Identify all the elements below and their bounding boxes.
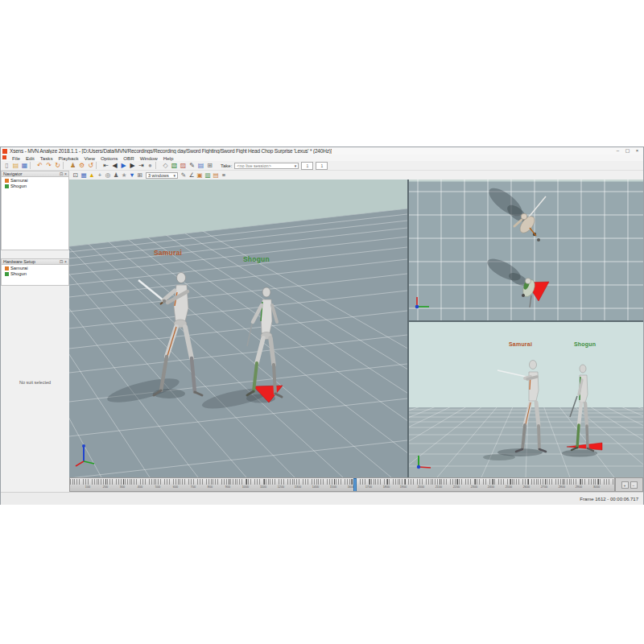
scene-props-icon[interactable]: ▥ (204, 171, 212, 180)
markers-icon[interactable]: ◇ (161, 161, 170, 170)
shogun-label: Shogun (574, 341, 596, 347)
tick-label: 2600 (520, 485, 532, 489)
timeline-zoom-out-button[interactable]: − (630, 481, 638, 489)
calibrate-person-icon[interactable]: ♟ (68, 161, 77, 170)
reprocess-icon[interactable]: ↺ (86, 161, 95, 170)
grid-toggle-icon[interactable]: ▦ (80, 171, 88, 180)
viewport-3d-main[interactable]: Samurai Shogun (69, 180, 407, 477)
title-bar[interactable]: Xsens - MVN Analyze 2018.1.1 - [D:/Users… (1, 147, 643, 155)
menu-view[interactable]: View (85, 155, 95, 161)
refresh-icon[interactable]: ↻ (53, 161, 62, 170)
close-icon[interactable]: × (64, 259, 67, 264)
previous-frame-icon[interactable]: ◀ (110, 161, 119, 170)
timeline-ticks (70, 479, 614, 485)
tick-label: 2000 (415, 485, 427, 489)
settings-gear-icon[interactable]: ⚙ (77, 161, 86, 170)
samurai-label: Samurai (509, 341, 532, 347)
xsens-logo-icon (2, 149, 7, 154)
viewport-top-view[interactable] (409, 180, 643, 320)
hardware-setup-title: Hardware Setup (3, 259, 35, 264)
tree-item-samurai[interactable]: Samurai (2, 177, 68, 183)
tree-item-samurai[interactable]: Samurai (2, 265, 68, 270)
measure-angle-icon[interactable]: ∠ (188, 171, 196, 180)
record-icon[interactable]: ● (146, 161, 155, 170)
skip-to-start-icon[interactable]: ⇤ (101, 161, 110, 170)
tick-label: 1500 (327, 485, 339, 489)
menu-playback[interactable]: Playback (58, 155, 78, 161)
pan-view-icon[interactable]: + (96, 171, 104, 180)
play-icon[interactable]: ▶ (119, 161, 128, 170)
follow-character-icon[interactable]: ♟ (112, 171, 120, 180)
redo-icon[interactable]: ↷ (44, 161, 53, 170)
pin-icon[interactable]: ⊡ (60, 171, 63, 176)
chevron-down-icon: ▾ (173, 173, 175, 178)
main-toolbar: ▯▤▦↶↷↻♟⚙↺⇤◀▶▶⇥●◇▧▨✎▤⊞ Take: <no live ses… (1, 161, 643, 171)
fullscreen-icon[interactable]: ⊡ (72, 171, 80, 180)
skip-to-end-icon[interactable]: ⇥ (137, 161, 146, 170)
viewport-layout-combobox[interactable]: 3 windows ▾ (146, 172, 178, 179)
tick-label: 1100 (257, 485, 269, 489)
undo-icon[interactable]: ↶ (35, 161, 44, 170)
annotate-pencil-icon[interactable]: ✎ (188, 161, 196, 170)
edit-pencil-icon[interactable]: ✎ (180, 171, 188, 180)
take-spinner-2[interactable]: 1 (316, 162, 328, 170)
tick-label: 700 (187, 485, 199, 489)
tick-label: 2300 (468, 485, 480, 489)
tick-label: 1900 (398, 485, 410, 489)
take-combobox[interactable]: <no live session> ▾ (234, 163, 299, 169)
menu-window[interactable]: Window (140, 155, 158, 161)
graph-green-icon[interactable]: ▧ (170, 161, 179, 170)
timeline-zoom-in-button[interactable]: + (621, 481, 629, 489)
report-icon[interactable]: ▤ (196, 161, 205, 170)
toolbar-separator (63, 162, 67, 169)
viewport-side-view[interactable]: Samurai Shogun (409, 322, 643, 477)
take-spinner-1[interactable]: 1 (301, 162, 313, 170)
character-color-icon (5, 184, 9, 188)
tick-label: 1700 (362, 485, 374, 489)
menu-help[interactable]: Help (163, 155, 174, 161)
character-color-icon (5, 179, 9, 183)
open-folder-icon[interactable]: ▤ (11, 161, 20, 170)
app-window: Xsens - MVN Analyze 2018.1.1 - [D:/Users… (0, 147, 644, 505)
tick-label: 1400 (310, 485, 322, 489)
save-icon[interactable]: ▦ (20, 161, 29, 170)
minimize-button[interactable]: – (613, 147, 622, 155)
hardware-setup-list[interactable]: SamuraiShogun (1, 265, 69, 286)
navigator-header[interactable]: Navigator ⊡ × (1, 171, 69, 177)
close-button[interactable]: × (633, 147, 642, 155)
take-value: <no live session> (237, 163, 271, 168)
layout-value: 3 windows (148, 173, 169, 178)
tick-label: 1000 (239, 485, 251, 489)
toolbar-separator (96, 162, 100, 169)
menu-tasks[interactable]: Tasks (40, 155, 53, 161)
star-icon[interactable]: ★ (120, 171, 128, 180)
warning-icon[interactable]: ▲ (88, 171, 96, 180)
tree-item-shogun[interactable]: Shogun (2, 183, 68, 188)
new-document-icon[interactable]: ▯ (2, 161, 11, 170)
timeline-playhead[interactable] (353, 478, 357, 492)
close-icon[interactable]: × (64, 171, 67, 176)
viewport-layout-icon[interactable]: ⊞ (136, 171, 144, 180)
tree-item-label: Samurai (10, 178, 28, 183)
orbit-view-icon[interactable]: ◎ (104, 171, 112, 180)
menu-file[interactable]: File (12, 155, 20, 161)
maximize-button[interactable]: ▢ (623, 147, 632, 155)
tick-label: 2100 (432, 485, 444, 489)
tree-item-shogun[interactable]: Shogun (2, 270, 68, 276)
navigator-tree[interactable]: SamuraiShogun (1, 177, 69, 250)
list-icon[interactable]: ≡ (220, 171, 228, 180)
menu-edit[interactable]: Edit (26, 155, 35, 161)
menu-options[interactable]: Options (101, 155, 118, 161)
tick-label: 600 (169, 485, 181, 489)
menu-obr[interactable]: OBR (123, 155, 134, 161)
layout-grid-icon[interactable]: ⊞ (205, 161, 214, 170)
tick-label: 300 (117, 485, 129, 489)
pin-icon[interactable]: ⊡ (60, 259, 63, 264)
next-frame-icon[interactable]: ▶ (128, 161, 137, 170)
hardware-setup-header[interactable]: Hardware Setup ⊡ × (1, 258, 69, 265)
timeline-ruler[interactable]: 1002003004005006007008009001000110012001… (69, 477, 615, 492)
camera-set-icon[interactable]: ▤ (212, 171, 220, 180)
graph-red-icon[interactable]: ▨ (179, 161, 188, 170)
filter-icon[interactable]: ▼ (128, 171, 136, 180)
capture-frame-icon[interactable]: ▣ (196, 171, 204, 180)
